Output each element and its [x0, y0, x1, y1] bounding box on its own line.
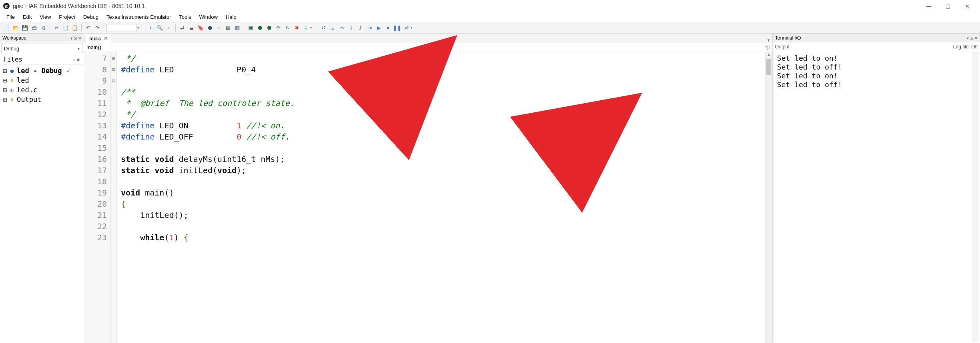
tab-scroll-down-icon[interactable]: ▾	[767, 38, 770, 43]
files-opt1-icon[interactable]: ⟐	[72, 57, 76, 62]
go-icon[interactable]: ●	[384, 24, 392, 32]
panel-close-icon[interactable]: ✕	[974, 36, 978, 40]
panel-dropdown-icon[interactable]: ▾	[70, 36, 72, 40]
make-icon[interactable]: ⬢	[256, 24, 264, 32]
menu-project[interactable]: Project	[55, 13, 79, 21]
code-line[interactable]: */	[121, 53, 761, 64]
code-line[interactable]: static void delayMs(uint16_t nMs);	[121, 154, 761, 165]
open-icon[interactable]: 📂	[12, 24, 20, 32]
menu-view[interactable]: View	[36, 13, 55, 21]
run-to-icon[interactable]: ▶	[375, 24, 383, 32]
menu-file[interactable]: File	[2, 13, 19, 21]
replace-icon[interactable]: ⇄	[178, 24, 186, 32]
tree-expand-icon[interactable]: ⊟	[2, 76, 7, 85]
terminal-output[interactable]: Set led to on!Set led to off!Set led to …	[773, 52, 979, 342]
refresh-icon[interactable]: ↻	[283, 24, 291, 32]
code-line[interactable]	[121, 75, 761, 86]
toggle-icon[interactable]: ▤	[224, 24, 232, 32]
new-file-icon[interactable]: 📄	[2, 24, 10, 32]
tree-folder-led[interactable]: ⊟ led	[2, 76, 81, 85]
code-area[interactable]: */#define LED P0_4 /** * @brief The led …	[117, 52, 765, 343]
redo-icon[interactable]: ↷	[93, 24, 101, 32]
breadcrumb[interactable]: main() f()	[84, 43, 772, 52]
scroll-up-icon[interactable]: ▴	[765, 52, 772, 58]
editor-vscrollbar[interactable]: ▴	[765, 52, 772, 343]
tree-proj-led-debug[interactable]: ⊟ led - Debug	[2, 66, 81, 76]
save-icon[interactable]: 💾	[21, 24, 29, 32]
undo-icon[interactable]: ↶	[84, 24, 92, 32]
print-icon[interactable]: 🖨	[39, 24, 47, 32]
stop-build-icon[interactable]: ✖	[293, 24, 301, 32]
code-line[interactable]: */	[121, 109, 761, 120]
bookmark-icon[interactable]: 🔖	[197, 24, 205, 32]
panel-close-icon[interactable]: ✕	[78, 36, 81, 40]
cut-icon[interactable]: ✂	[52, 24, 60, 32]
tree-file-led-c[interactable]: ⊞ led.c	[2, 85, 81, 95]
download-icon[interactable]: ↧	[302, 24, 310, 32]
scroll-thumb[interactable]	[766, 59, 771, 75]
copy-icon[interactable]: 📑	[62, 24, 70, 32]
code-line[interactable]: static void initLed(void);	[121, 165, 761, 176]
restart-icon[interactable]: ⟳	[274, 24, 282, 32]
paste-icon[interactable]: 📋	[71, 24, 79, 32]
compile-icon[interactable]: ▣	[247, 24, 255, 32]
menu-window[interactable]: Window	[195, 13, 222, 21]
minimize-button[interactable]: —	[919, 0, 938, 12]
break-icon[interactable]: ⤓	[329, 24, 337, 32]
tree-expand-icon[interactable]: ⊞	[2, 85, 7, 95]
nav-fwd-icon[interactable]: ›	[165, 24, 173, 32]
next-stmt-icon[interactable]: ⇥	[365, 24, 374, 32]
save-all-icon[interactable]: 🗃	[30, 24, 38, 32]
maximize-button[interactable]: ▢	[938, 0, 958, 12]
code-line[interactable]: #define LED_ON 1 //!< on.	[121, 120, 761, 131]
tree-folder-output[interactable]: ⊞ Output	[2, 95, 81, 104]
build-icon[interactable]: ⬣	[265, 24, 273, 32]
tab-close-icon[interactable]: ✕	[104, 36, 108, 41]
code-line[interactable]: #define LED P0_4	[121, 64, 761, 75]
toolbar-search-input[interactable]	[106, 24, 137, 32]
pause-icon[interactable]: ❚❚	[393, 24, 401, 32]
toolbar-dropdown-icon[interactable]: ▾	[310, 26, 314, 30]
code-line[interactable]: void main()	[121, 187, 761, 198]
code-line[interactable]	[121, 142, 761, 154]
find-icon[interactable]: 🔍	[156, 24, 164, 32]
step-out-icon[interactable]: ⤴	[356, 24, 364, 32]
code-line[interactable]: #define LED_OFF 0 //!< off.	[121, 131, 761, 142]
code-line[interactable]: {	[121, 198, 761, 209]
toggle2-icon[interactable]: ▥	[233, 24, 241, 32]
config-dropdown[interactable]: Debug ▾	[1, 44, 82, 53]
chevron-down-icon[interactable]: ▾	[137, 26, 141, 30]
code-line[interactable]: /**	[121, 86, 761, 98]
menu-texas-instruments-emulator[interactable]: Texas Instruments Emulator	[102, 13, 175, 21]
close-button[interactable]: ✕	[958, 0, 977, 12]
tree-expand-icon[interactable]: ⊟	[2, 66, 7, 76]
menu-debug[interactable]: Debug	[79, 13, 102, 21]
code-line[interactable]	[121, 176, 761, 187]
terminal-vscrollbar[interactable]	[972, 52, 979, 342]
step-into-icon[interactable]: ⤵	[347, 24, 355, 32]
panel-dropdown-icon[interactable]: ▾	[967, 36, 969, 40]
panel-pin-icon[interactable]: ⇲	[74, 36, 77, 40]
menu-tools[interactable]: Tools	[175, 13, 195, 21]
tree-expand-icon[interactable]: ⊞	[2, 95, 7, 104]
code-line[interactable]: initLed();	[121, 209, 761, 221]
nav-next-icon[interactable]: ›	[215, 24, 223, 32]
reset-icon[interactable]: ↺	[319, 24, 327, 32]
file-tree[interactable]: ⊟ led - Debug ⊟ led ⊞ led.c ⊞ Output	[0, 65, 84, 106]
nav-back-icon[interactable]: ‹	[147, 24, 155, 32]
goto-icon[interactable]: ≣	[187, 24, 195, 32]
stop-debug-icon[interactable]: ⏎	[402, 24, 410, 32]
menu-edit[interactable]: Edit	[19, 13, 36, 21]
files-opt2-icon[interactable]: ●	[76, 57, 80, 62]
toolbar-dropdown-icon[interactable]: ▾	[411, 26, 415, 30]
function-browse-icon[interactable]: f()	[765, 45, 770, 50]
panel-pin-icon[interactable]: ⇲	[970, 36, 973, 40]
breakpoint-icon[interactable]: ⬣	[206, 24, 214, 32]
tab-active[interactable]: led.c ✕	[86, 34, 111, 43]
code-line[interactable]: while(1) {	[121, 232, 761, 243]
step-over-icon[interactable]: ⤼	[338, 24, 346, 32]
menu-help[interactable]: Help	[222, 13, 241, 21]
fold-column[interactable]: ⊟⊟⊟	[110, 52, 117, 343]
code-line[interactable]	[121, 221, 761, 232]
code-line[interactable]: * @brief The led controler state.	[121, 98, 761, 109]
